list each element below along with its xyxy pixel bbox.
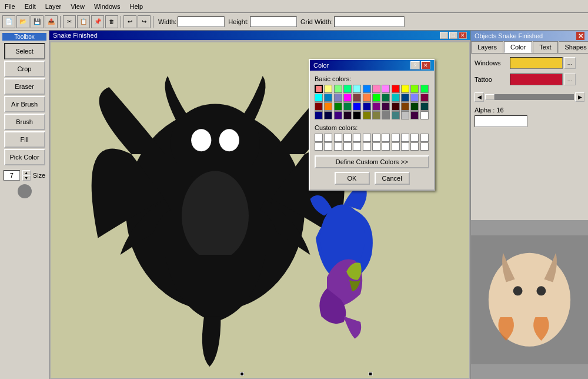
basic-color-cell[interactable]: [334, 111, 342, 119]
basic-colors-grid: [315, 85, 429, 119]
basic-color-cell[interactable]: [324, 85, 332, 93]
custom-color-cell[interactable]: [392, 134, 400, 142]
basic-color-cell[interactable]: [420, 111, 429, 119]
custom-color-cell[interactable]: [353, 134, 361, 142]
basic-color-cell[interactable]: [401, 94, 409, 102]
basic-color-cell[interactable]: [334, 102, 342, 111]
basic-color-cell[interactable]: [410, 102, 419, 111]
custom-color-cell[interactable]: [363, 134, 371, 142]
dialog-close-btn[interactable]: ✕: [421, 61, 430, 69]
custom-color-cell[interactable]: [353, 142, 361, 151]
basic-color-cell[interactable]: [324, 94, 332, 102]
custom-color-cell[interactable]: [315, 142, 323, 151]
custom-color-cell[interactable]: [410, 142, 419, 151]
custom-color-cell[interactable]: [420, 142, 429, 151]
custom-color-cell[interactable]: [334, 142, 342, 151]
basic-color-cell[interactable]: [420, 102, 429, 111]
basic-color-cell[interactable]: [334, 94, 342, 102]
custom-color-cell[interactable]: [343, 134, 352, 142]
basic-color-cell[interactable]: [363, 102, 371, 111]
basic-color-cell[interactable]: [401, 102, 409, 111]
basic-color-cell[interactable]: [372, 111, 380, 119]
basic-color-cell[interactable]: [410, 94, 419, 102]
dialog-title: Color ? ✕: [310, 60, 434, 71]
custom-color-cell[interactable]: [382, 142, 390, 151]
basic-color-cell[interactable]: [372, 94, 380, 102]
custom-color-cell[interactable]: [392, 142, 400, 151]
define-custom-colors-btn[interactable]: Define Custom Colors >>: [315, 155, 429, 168]
custom-color-cell[interactable]: [363, 142, 371, 151]
dialog-title-buttons: ? ✕: [410, 61, 430, 69]
dialog-buttons: OK Cancel: [315, 172, 429, 185]
custom-color-cell[interactable]: [410, 134, 419, 142]
basic-color-cell[interactable]: [315, 94, 323, 102]
basic-color-cell[interactable]: [315, 102, 323, 111]
basic-color-cell[interactable]: [343, 102, 352, 111]
basic-color-cell[interactable]: [372, 102, 380, 111]
basic-color-cell[interactable]: [382, 102, 390, 111]
basic-color-cell[interactable]: [353, 111, 361, 119]
basic-color-cell[interactable]: [315, 85, 323, 93]
basic-color-cell[interactable]: [324, 111, 332, 119]
basic-color-cell[interactable]: [401, 111, 409, 119]
custom-color-cell[interactable]: [343, 142, 352, 151]
custom-colors-label: Custom colors:: [315, 124, 429, 131]
basic-color-cell[interactable]: [392, 111, 400, 119]
basic-color-cell[interactable]: [382, 111, 390, 119]
basic-color-cell[interactable]: [382, 85, 390, 93]
basic-color-cell[interactable]: [363, 94, 371, 102]
basic-color-cell[interactable]: [343, 111, 352, 119]
basic-color-cell[interactable]: [392, 102, 400, 111]
basic-color-cell[interactable]: [410, 85, 419, 93]
basic-colors-label: Basic colors:: [315, 75, 429, 82]
dialog-help-btn[interactable]: ?: [410, 61, 420, 69]
custom-colors-grid: [315, 134, 429, 151]
basic-color-cell[interactable]: [363, 85, 371, 93]
basic-color-cell[interactable]: [315, 111, 323, 119]
custom-color-cell[interactable]: [324, 134, 332, 142]
ok-button[interactable]: OK: [335, 172, 370, 185]
basic-color-cell[interactable]: [353, 85, 361, 93]
basic-color-cell[interactable]: [353, 102, 361, 111]
basic-color-cell[interactable]: [420, 85, 429, 93]
custom-color-cell[interactable]: [401, 142, 409, 151]
basic-color-cell[interactable]: [410, 111, 419, 119]
basic-color-cell[interactable]: [392, 85, 400, 93]
custom-color-cell[interactable]: [334, 134, 342, 142]
basic-color-cell[interactable]: [353, 94, 361, 102]
basic-color-cell[interactable]: [401, 85, 409, 93]
custom-color-cell[interactable]: [420, 134, 429, 142]
dialog-overlay: Color ? ✕ Basic colors: Custom colors: D…: [0, 0, 588, 379]
basic-color-cell[interactable]: [334, 85, 342, 93]
dialog-body: Basic colors: Custom colors: Define Cust…: [310, 71, 434, 190]
custom-color-cell[interactable]: [372, 134, 380, 142]
dialog-title-text: Color: [313, 62, 329, 69]
basic-color-cell[interactable]: [382, 94, 390, 102]
custom-color-cell[interactable]: [315, 134, 323, 142]
color-dialog: Color ? ✕ Basic colors: Custom colors: D…: [309, 59, 435, 191]
basic-color-cell[interactable]: [420, 94, 429, 102]
basic-color-cell[interactable]: [324, 102, 332, 111]
basic-color-cell[interactable]: [343, 94, 352, 102]
cancel-button[interactable]: Cancel: [375, 172, 410, 185]
custom-color-cell[interactable]: [372, 142, 380, 151]
custom-color-cell[interactable]: [324, 142, 332, 151]
basic-color-cell[interactable]: [363, 111, 371, 119]
custom-color-cell[interactable]: [382, 134, 390, 142]
basic-color-cell[interactable]: [343, 85, 352, 93]
basic-color-cell[interactable]: [372, 85, 380, 93]
custom-color-cell[interactable]: [401, 134, 409, 142]
basic-color-cell[interactable]: [392, 94, 400, 102]
